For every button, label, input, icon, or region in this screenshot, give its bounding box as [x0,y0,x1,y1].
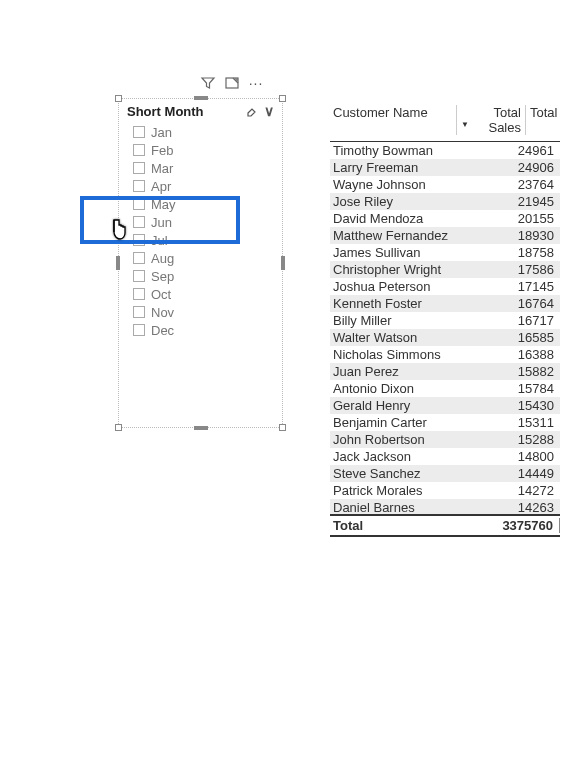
cell-customer-name: Benjamin Carter [330,415,490,430]
slicer-item-list: Jan Feb Mar Apr May Jun Jul Aug Sep Oct … [119,123,282,343]
table-row[interactable]: James Sullivan18758 [330,244,560,261]
checkbox-icon[interactable] [133,270,145,282]
checkbox-icon[interactable] [133,144,145,156]
slicer-item[interactable]: Feb [133,141,274,159]
slicer-item-label: Mar [151,161,173,176]
slicer-item-label: Apr [151,179,171,194]
total-value: 3375760 [490,518,560,533]
cursor-pointer-icon [107,218,129,247]
table-body[interactable]: Timothy Bowman24961Larry Freeman24906Way… [330,142,560,514]
slicer-item-label: Feb [151,143,173,158]
focus-mode-icon[interactable] [224,75,240,91]
slicer-item[interactable]: Apr [133,177,274,195]
resize-handle-bl[interactable] [115,424,122,431]
cell-customer-name: Antonio Dixon [330,381,490,396]
cell-customer-name: David Mendoza [330,211,490,226]
checkbox-icon[interactable] [133,306,145,318]
slicer-item[interactable]: Jul [133,231,274,249]
column-customer-name[interactable]: Customer Name [333,105,456,135]
slicer-item[interactable]: Mar [133,159,274,177]
slicer-item[interactable]: Jun [133,213,274,231]
table-row[interactable]: Kenneth Foster16764 [330,295,560,312]
cell-customer-name: Matthew Fernandez [330,228,490,243]
table-row[interactable]: Jose Riley21945 [330,193,560,210]
cell-total-sales: 21945 [490,194,560,209]
cell-total-sales: 16764 [490,296,560,311]
cell-total-sales: 16585 [490,330,560,345]
cell-total-sales: 17586 [490,262,560,277]
checkbox-icon[interactable] [133,198,145,210]
column-label: Total Sales [488,105,521,135]
column-total-sales[interactable]: Total Sales ▼ [456,105,526,135]
slicer-item[interactable]: Aug [133,249,274,267]
resize-handle-br[interactable] [279,424,286,431]
cell-customer-name: Larry Freeman [330,160,490,175]
table-footer: Total 3375760 [330,514,560,535]
table-row[interactable]: Billy Miller16717 [330,312,560,329]
resize-handle-bottom[interactable] [194,426,208,430]
table-row[interactable]: Daniel Barnes14263 [330,499,560,514]
checkbox-icon[interactable] [133,180,145,192]
slicer-item-label: May [151,197,176,212]
table-row[interactable]: Christopher Wright17586 [330,261,560,278]
table-row[interactable]: John Robertson15288 [330,431,560,448]
cell-customer-name: Christopher Wright [330,262,490,277]
visual-toolbar: ··· [200,75,264,91]
resize-handle-right[interactable] [281,256,285,270]
cell-total-sales: 15882 [490,364,560,379]
clear-selections-icon[interactable] [244,104,258,118]
slicer-item[interactable]: Sep [133,267,274,285]
cell-total-sales: 15288 [490,432,560,447]
checkbox-icon[interactable] [133,234,145,246]
table-row[interactable]: Larry Freeman24906 [330,159,560,176]
table-row[interactable]: Nicholas Simmons16388 [330,346,560,363]
column-partial[interactable]: Total [526,105,560,135]
more-options-icon[interactable]: ··· [248,75,264,91]
slicer-item[interactable]: Oct [133,285,274,303]
cell-total-sales: 15784 [490,381,560,396]
slicer-item-label: Nov [151,305,174,320]
cell-total-sales: 18758 [490,245,560,260]
table-row[interactable]: Benjamin Carter15311 [330,414,560,431]
resize-handle-top[interactable] [194,96,208,100]
table-row[interactable]: Matthew Fernandez18930 [330,227,560,244]
table-row[interactable]: Gerald Henry15430 [330,397,560,414]
slicer-item[interactable]: Nov [133,303,274,321]
slicer-item-label: Sep [151,269,174,284]
cell-customer-name: Jack Jackson [330,449,490,464]
cell-customer-name: Wayne Johnson [330,177,490,192]
checkbox-icon[interactable] [133,126,145,138]
table-row[interactable]: Juan Perez15882 [330,363,560,380]
table-row[interactable]: Wayne Johnson23764 [330,176,560,193]
cell-customer-name: James Sullivan [330,245,490,260]
table-row[interactable]: Joshua Peterson17145 [330,278,560,295]
filter-icon[interactable] [200,75,216,91]
slicer-item[interactable]: Jan [133,123,274,141]
total-label: Total [330,518,490,533]
table-row[interactable]: Jack Jackson14800 [330,448,560,465]
cell-customer-name: John Robertson [330,432,490,447]
checkbox-icon[interactable] [133,216,145,228]
table-row[interactable]: Antonio Dixon15784 [330,380,560,397]
table-row[interactable]: Walter Watson16585 [330,329,560,346]
resize-handle-tr[interactable] [279,95,286,102]
cell-customer-name: Joshua Peterson [330,279,490,294]
checkbox-icon[interactable] [133,162,145,174]
slicer-item[interactable]: Dec [133,321,274,339]
resize-handle-left[interactable] [116,256,120,270]
slicer-item-label: Jul [151,233,168,248]
month-slicer[interactable]: Short Month ∨ Jan Feb Mar Apr May Jun Ju… [118,98,283,428]
checkbox-icon[interactable] [133,288,145,300]
data-table: Customer Name Total Sales ▼ Total Timoth… [330,102,560,537]
table-row[interactable]: Steve Sanchez14449 [330,465,560,482]
chevron-down-icon[interactable]: ∨ [264,103,274,119]
checkbox-icon[interactable] [133,324,145,336]
checkbox-icon[interactable] [133,252,145,264]
resize-handle-tl[interactable] [115,95,122,102]
cell-customer-name: Walter Watson [330,330,490,345]
slicer-item[interactable]: May [133,195,274,213]
table-row[interactable]: David Mendoza20155 [330,210,560,227]
table-row[interactable]: Timothy Bowman24961 [330,142,560,159]
cell-customer-name: Timothy Bowman [330,143,490,158]
table-row[interactable]: Patrick Morales14272 [330,482,560,499]
